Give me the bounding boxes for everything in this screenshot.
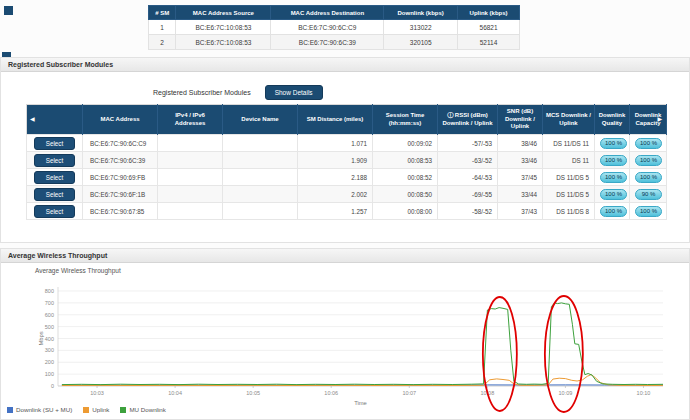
legend-item[interactable]: MU Downlink	[120, 406, 165, 413]
sm-cell-distance: 1.257	[298, 203, 373, 220]
select-button[interactable]: Select	[34, 171, 76, 184]
info-icon: ⓘ	[447, 112, 453, 118]
flow-table-header-row: # SMMAC Address SourceMAC Address Destin…	[149, 6, 520, 20]
column-header[interactable]: Downlink Quality	[595, 105, 630, 135]
nav-square-icon	[4, 6, 13, 15]
legend-swatch	[7, 407, 13, 413]
subscriber-modules-table: MAC AddressIPv4 / IPv6 AddressesDevice N…	[26, 104, 667, 220]
sm-table-wrap: ◀ ▶ MAC AddressIPv4 / IPv6 AddressesDevi…	[26, 104, 666, 220]
legend-swatch	[83, 407, 89, 413]
flow-table-cell: 2	[149, 35, 176, 50]
flow-stats-table: # SMMAC Address SourceMAC Address Destin…	[148, 5, 520, 50]
select-button[interactable]: Select	[34, 154, 76, 167]
flow-table-cell: BC:E6:7C:10:08:53	[176, 20, 271, 35]
flow-table-header-cell: # SM	[149, 6, 176, 20]
sm-table-header-row: MAC AddressIPv4 / IPv6 AddressesDevice N…	[27, 105, 667, 135]
legend-item[interactable]: Uplink	[83, 406, 109, 413]
column-header-label: Session Time (hh:mm:ss)	[386, 112, 425, 126]
flow-table-cell: BC:E6:7C:90:6C:39	[271, 35, 384, 50]
sm-cell-quality: 100 %	[595, 169, 630, 186]
sm-cell-quality: 100 %	[595, 152, 630, 169]
x-tick-label: 10:03	[90, 390, 104, 396]
select-cell: Select	[27, 203, 83, 220]
sm-cell-session: 00:08:52	[373, 169, 438, 186]
sm-cell-quality: 100 %	[595, 135, 630, 152]
column-header[interactable]: Session Time (hh:mm:ss)	[373, 105, 438, 135]
sm-cell-mcs: DS 11/DS 11	[543, 135, 595, 152]
flow-table-row: 2BC:E6:7C:10:08:53BC:E6:7C:90:6C:3932010…	[149, 35, 520, 50]
flow-stats-table-wrap: # SMMAC Address SourceMAC Address Destin…	[148, 5, 520, 50]
flow-table-row: 1BC:E6:7C:10:08:53BC:E6:7C:90:6C:C931302…	[149, 20, 520, 35]
y-tick-label: 700	[45, 300, 54, 306]
sm-cell-device	[223, 152, 298, 169]
flow-table-header-cell: MAC Address Source	[176, 6, 271, 20]
flow-table-header-cell: MAC Address Destination	[271, 6, 384, 20]
sm-cell-session: 00:09:02	[373, 135, 438, 152]
column-header[interactable]: SM Distance (miles)	[298, 105, 373, 135]
capacity-badge: 100 %	[635, 155, 662, 166]
capacity-badge: 100 %	[635, 206, 662, 217]
quality-badge: 100 %	[600, 172, 627, 183]
sm-cell-mac: BC:E6:7C:90:69:FB	[83, 169, 158, 186]
sm-cell-distance: 2.002	[298, 186, 373, 203]
registered-subscriber-modules-panel: Registered Subscriber Modules Registered…	[0, 57, 690, 243]
sm-cell-distance: 1.909	[298, 152, 373, 169]
capacity-badge: 90 %	[635, 189, 662, 200]
sm-table-row: SelectBC:E6:7C:90:6C:391.90900:08:53-63/…	[27, 152, 667, 169]
select-button[interactable]: Select	[34, 188, 76, 201]
x-axis-label: Time	[354, 400, 367, 406]
sm-cell-rssi: -69/-55	[438, 186, 498, 203]
sm-cell-mac: BC:E6:7C:90:6C:39	[83, 152, 158, 169]
sm-cell-snr: 38/46	[498, 135, 543, 152]
column-header[interactable]: Device Name	[223, 105, 298, 135]
flow-table-cell: 52114	[458, 35, 520, 50]
column-header[interactable]: SNR (dB) Downlink / Uplink	[498, 105, 543, 135]
column-header-label: Device Name	[241, 116, 278, 122]
sm-cell-capacity: 90 %	[630, 186, 667, 203]
column-header[interactable]: MAC Address	[83, 105, 158, 135]
y-tick-label: 300	[45, 347, 54, 353]
column-header[interactable]: MCS Downlink / Uplink	[543, 105, 595, 135]
select-button[interactable]: Select	[34, 137, 76, 150]
scroll-right-icon[interactable]: ▶	[657, 115, 662, 122]
column-header[interactable]: ⓘ RSSI (dBm) Downlink / Uplink	[438, 105, 498, 135]
quality-badge: 100 %	[600, 138, 627, 149]
sm-cell-session: 00:08:00	[373, 203, 438, 220]
sm-cell-capacity: 100 %	[630, 203, 667, 220]
capacity-badge: 100 %	[635, 138, 662, 149]
sm-cell-mcs: DS 11	[543, 152, 595, 169]
sm-cell-session: 00:08:50	[373, 186, 438, 203]
legend-label: Uplink	[92, 406, 109, 413]
flow-table-cell: BC:E6:7C:10:08:53	[176, 35, 271, 50]
quality-badge: 100 %	[600, 155, 627, 166]
sm-cell-rssi: -64/-53	[438, 169, 498, 186]
show-details-button[interactable]: Show Details	[265, 85, 323, 100]
flow-table-cell: 1	[149, 20, 176, 35]
sm-cell-device	[223, 169, 298, 186]
sm-cell-quality: 100 %	[595, 203, 630, 220]
table-subtitle: Registered Subscriber Modules	[153, 89, 251, 96]
flow-table-cell: BC:E6:7C:90:6C:C9	[271, 20, 384, 35]
sm-cell-ip	[158, 169, 223, 186]
sm-cell-device	[223, 186, 298, 203]
sm-cell-device	[223, 135, 298, 152]
panel-title: Registered Subscriber Modules	[8, 61, 113, 68]
select-button[interactable]: Select	[34, 205, 76, 218]
sm-cell-quality: 100 %	[595, 186, 630, 203]
sm-cell-session: 00:08:53	[373, 152, 438, 169]
y-tick-label: 400	[45, 336, 54, 342]
scroll-left-icon[interactable]: ◀	[30, 115, 35, 122]
sm-cell-mcs: DS 11/DS 5	[543, 169, 595, 186]
legend-label: Downlink (SU + MU)	[16, 406, 72, 413]
x-tick-label: 10:04	[168, 390, 182, 396]
sm-cell-ip	[158, 186, 223, 203]
sm-cell-ip	[158, 152, 223, 169]
column-header[interactable]: IPv4 / IPv6 Addresses	[158, 105, 223, 135]
select-cell: Select	[27, 152, 83, 169]
y-tick-label: 100	[45, 371, 54, 377]
legend-swatch	[120, 407, 126, 413]
y-tick-label: 500	[45, 324, 54, 330]
sm-cell-rssi: -63/-52	[438, 152, 498, 169]
x-tick-label: 10:09	[559, 390, 573, 396]
legend-item[interactable]: Downlink (SU + MU)	[7, 406, 72, 413]
